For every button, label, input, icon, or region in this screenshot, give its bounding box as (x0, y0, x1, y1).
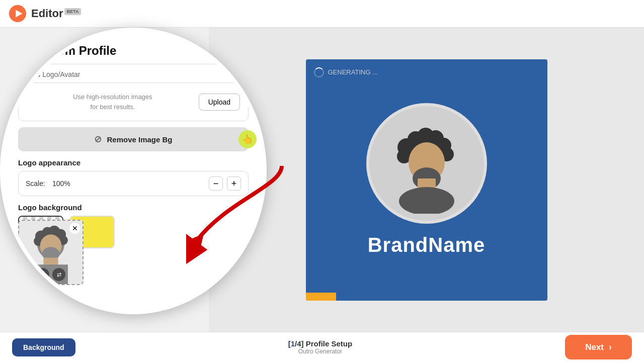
step-current: 1 (291, 339, 295, 348)
background-button[interactable]: Background (12, 338, 75, 356)
app-logo-icon (8, 4, 27, 23)
zoom-upload-button[interactable]: Upload (199, 94, 240, 111)
generating-text: GENERATING ... (328, 68, 378, 76)
zoom-remove-bg-button[interactable]: ⊘ Remove Image Bg 👆 (18, 127, 249, 151)
header: EditorBETA (0, 0, 644, 28)
avatar-circle (366, 103, 487, 224)
zoom-logo-appearance-label: Logo appearance (18, 158, 249, 167)
next-chevron-icon: › (609, 342, 612, 352)
zoom-scale-label: Scale: (26, 179, 45, 188)
preview-card: GENERATING ... (306, 59, 547, 301)
step-label: [1/4] Profile Setup (288, 339, 353, 348)
brand-name: BrandName (368, 234, 486, 256)
zoom-preview-image: ✕ ↺ ⇄ (18, 220, 84, 285)
zoom-preview-rotate-button[interactable]: ↺ (36, 268, 49, 281)
zoom-scale-value: 100% (52, 179, 205, 188)
generating-indicator: GENERATING ... (314, 67, 378, 77)
card-bottom-bar (306, 293, 547, 301)
bottom-bar: Background [1/4] Profile Setup Outro Gen… (0, 332, 644, 362)
zoom-preview-actions: ↺ ⇄ (36, 268, 65, 281)
main-content: GENERATING ... (209, 28, 644, 332)
app-name: EditorBETA (31, 7, 81, 20)
zoom-preview-close-button[interactable]: ✕ (69, 223, 80, 234)
zoom-remove-bg-icon: ⊘ (94, 134, 102, 145)
zoom-divider (18, 64, 249, 64)
next-button[interactable]: Next › (565, 335, 632, 359)
step-subtitle: Outro Generator (298, 348, 342, 355)
zoom-cursor-indicator: 👆 (238, 130, 257, 148)
zoom-scale-minus-button[interactable]: − (209, 176, 223, 191)
next-button-label: Next (585, 342, 604, 352)
zoom-upload-label: Upload Logo/Avatar (18, 70, 249, 78)
zoom-preview-flip-button[interactable]: ⇄ (52, 268, 65, 281)
step-info: [1/4] Profile Setup Outro Generator (288, 339, 353, 355)
loading-spinner (314, 67, 324, 77)
beta-badge: BETA (64, 8, 82, 15)
avatar-person-svg (376, 113, 477, 214)
app-name-text: Editor (31, 7, 63, 20)
zoom-remove-bg-label: Remove Image Bg (107, 135, 172, 144)
zoom-upload-hint: Use high-resolution images for best resu… (27, 92, 199, 112)
zoom-scale-plus-button[interactable]: + (227, 176, 241, 191)
logo-area: EditorBETA (8, 4, 81, 23)
zoom-scale-control: Scale: 100% − + (18, 171, 249, 196)
zoom-logo-bg-label: Logo background (18, 203, 249, 212)
zoom-overlay: ▸ Custom Profile Upload Logo/Avatar Use … (0, 28, 267, 314)
zoom-upload-box: Use high-resolution images for best resu… (18, 82, 249, 121)
